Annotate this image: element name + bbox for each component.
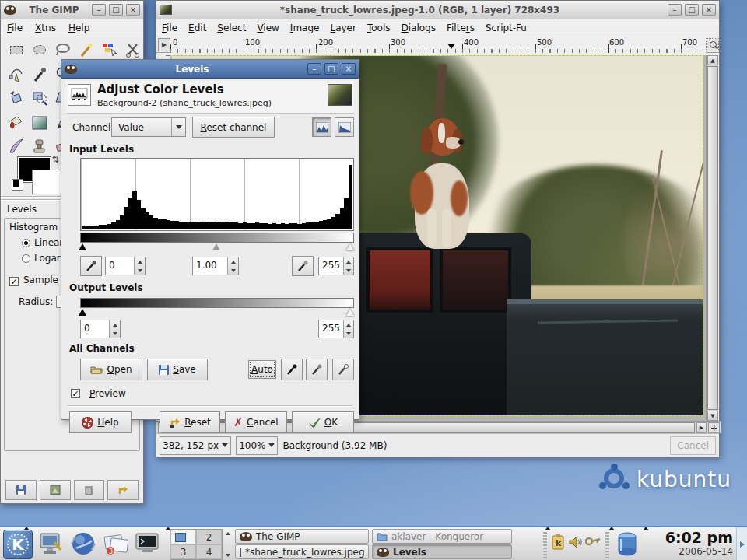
minimize-button[interactable]: – — [92, 4, 106, 16]
menu-help[interactable]: Help — [62, 19, 96, 37]
kontact-launcher[interactable]: 3 — [101, 530, 131, 558]
menu-view[interactable]: View — [251, 19, 284, 37]
pager-desktop-4[interactable]: 4 — [196, 544, 222, 559]
background-color-swatch[interactable] — [32, 170, 65, 194]
menu-layer[interactable]: Layer — [324, 19, 361, 37]
horizontal-ruler[interactable]: 0 100 200 300 400 500 600 700 — [170, 37, 706, 53]
delete-options-button[interactable] — [74, 480, 105, 500]
pick-black-eyedropper[interactable] — [281, 359, 303, 380]
close-button[interactable]: × — [342, 63, 356, 75]
linear-histogram-toggle[interactable] — [312, 117, 331, 137]
ink-tool-icon[interactable] — [7, 137, 26, 156]
task-konqueror[interactable]: aklaver - Konqueror — [372, 529, 512, 544]
bucket-fill-tool-icon[interactable] — [7, 114, 26, 132]
key-tray-icon[interactable] — [585, 535, 601, 551]
pick-gray-eyedropper[interactable] — [306, 359, 328, 380]
menu-tools[interactable]: Tools — [362, 19, 396, 37]
zoom-combo[interactable]: 100% — [236, 436, 278, 455]
system-settings-launcher[interactable] — [37, 531, 64, 556]
open-button[interactable]: Open — [80, 359, 142, 380]
cancel-button[interactable]: ✗ Cancel — [225, 411, 287, 433]
preview-checkbox-row[interactable]: ✓ Preview — [71, 388, 126, 399]
vertical-scrollbar[interactable]: ▲ ▼ — [706, 55, 718, 421]
klipper-tray-icon[interactable]: k — [551, 534, 565, 553]
reset-channel-button[interactable]: Reset channel — [192, 117, 275, 138]
toolbox-titlebar[interactable]: The GIMP – □ × — [1, 1, 143, 19]
taskbar-scroll-arrows[interactable] — [224, 529, 232, 560]
logarithmic-histogram-toggle[interactable] — [335, 117, 354, 137]
blend-tool-icon[interactable] — [30, 114, 49, 132]
help-button[interactable]: Help — [69, 411, 132, 433]
gamma-spinbox[interactable]: 1.00 — [192, 257, 239, 275]
auto-button[interactable]: Auto — [248, 360, 276, 379]
menu-edit[interactable]: Edit — [183, 19, 212, 37]
menu-image[interactable]: Image — [285, 19, 325, 37]
low-output-slider[interactable] — [79, 309, 86, 316]
menu-dialogs[interactable]: Dialogs — [396, 19, 441, 37]
pan-navigation-button[interactable]: ✛ — [708, 422, 720, 433]
ellipse-select-tool-icon[interactable] — [30, 40, 49, 59]
adept-updater-tray-icon[interactable] — [616, 531, 638, 560]
pager-desktop-1[interactable] — [170, 530, 196, 544]
save-options-button[interactable] — [5, 480, 37, 500]
kmenu-button[interactable]: K — [3, 530, 33, 559]
restore-options-button[interactable] — [40, 480, 71, 500]
maximize-button[interactable]: □ — [109, 4, 123, 16]
menu-filters[interactable]: Filters — [441, 19, 480, 37]
zoom-follow-window-toggle[interactable] — [706, 38, 719, 51]
scale-tool-icon[interactable] — [30, 89, 49, 107]
low-input-spinbox[interactable]: 0 — [105, 257, 146, 275]
high-input-spinbox[interactable]: 255 — [318, 257, 354, 275]
konqueror-launcher[interactable] — [68, 530, 98, 558]
pager-desktop-3[interactable]: 3 — [170, 544, 196, 559]
maximize-button[interactable]: □ — [685, 4, 699, 16]
reset-button[interactable]: Reset — [160, 411, 220, 433]
menu-select[interactable]: Select — [212, 19, 251, 37]
menu-file[interactable]: File — [1, 19, 29, 37]
image-menu-arrow-button[interactable]: ▶ — [158, 38, 170, 51]
pick-white-point-button[interactable] — [292, 256, 314, 276]
cursor-position-unit-combo[interactable]: 382, 152 px — [160, 436, 231, 455]
swap-colors-icon[interactable]: ⇄ — [51, 156, 61, 163]
menu-xtns[interactable]: Xtns — [29, 19, 62, 37]
menu-scriptfu[interactable]: Script-Fu — [480, 19, 532, 37]
maximize-button[interactable]: □ — [324, 63, 338, 75]
levels-titlebar[interactable]: Levels – □ × — [61, 60, 359, 79]
black-point-slider[interactable] — [79, 243, 86, 250]
gamma-slider[interactable] — [212, 243, 220, 250]
white-point-slider[interactable] — [346, 243, 354, 250]
minimize-button[interactable]: – — [668, 4, 682, 16]
color-picker-tool-icon[interactable] — [30, 65, 49, 84]
channel-select[interactable]: Value — [111, 117, 186, 137]
pager-desktop-2[interactable]: 2 — [196, 530, 222, 544]
input-histogram[interactable] — [80, 158, 354, 231]
reset-options-button[interactable] — [107, 480, 139, 500]
save-button[interactable]: Save — [147, 359, 208, 380]
pick-black-point-button[interactable] — [80, 256, 102, 276]
task-image-window[interactable]: *shane_truck_lowres.jpeg — [235, 544, 369, 559]
high-output-spinbox[interactable]: 255 — [318, 320, 354, 338]
panel-hide-button[interactable] — [736, 527, 747, 560]
image-window-titlebar[interactable]: *shane_truck_lowres.jpeg-1.0 (RGB, 1 lay… — [156, 1, 719, 19]
low-output-spinbox[interactable]: 0 — [80, 320, 121, 338]
scroll-up-arrow[interactable]: ▲ — [707, 55, 718, 65]
fuzzy-select-tool-icon[interactable] — [77, 40, 96, 59]
menu-file[interactable]: File — [156, 19, 183, 37]
paths-tool-icon[interactable] — [7, 65, 26, 84]
scroll-down-arrow[interactable]: ▼ — [707, 411, 718, 421]
free-select-tool-icon[interactable] — [54, 40, 72, 59]
minimize-button[interactable]: – — [307, 63, 321, 75]
scissors-select-tool-icon[interactable] — [124, 40, 142, 59]
select-by-color-tool-icon[interactable] — [100, 40, 119, 59]
default-colors-icon[interactable] — [12, 179, 23, 191]
taskbar-clock[interactable]: 6:02 pm 2006-05-14 — [647, 529, 733, 560]
pick-white-eyedropper[interactable] — [332, 359, 354, 380]
close-button[interactable]: × — [126, 4, 140, 16]
task-the-gimp[interactable]: The GIMP — [235, 529, 369, 544]
volume-tray-icon[interactable] — [567, 534, 584, 554]
high-output-slider[interactable] — [346, 309, 354, 316]
konsole-launcher[interactable] — [134, 531, 160, 556]
rect-select-tool-icon[interactable] — [7, 40, 26, 59]
clone-tool-icon[interactable] — [30, 137, 49, 156]
close-button[interactable]: × — [702, 4, 716, 16]
